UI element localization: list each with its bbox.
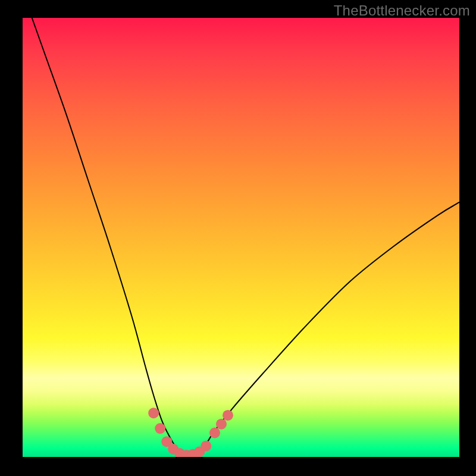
marker-dot: [201, 441, 211, 452]
marker-dot: [223, 410, 233, 421]
marker-group: [148, 408, 233, 457]
marker-dot: [155, 423, 165, 434]
marker-dot: [216, 419, 227, 430]
marker-dot: [148, 408, 159, 418]
marker-dot: [209, 427, 220, 438]
chart-frame: TheBottlenecker.com: [0, 0, 476, 476]
bottleneck-curve: [23, 18, 459, 457]
watermark-text: TheBottlenecker.com: [334, 2, 470, 19]
curve-layer: [23, 18, 459, 457]
plot-area: [23, 18, 459, 457]
